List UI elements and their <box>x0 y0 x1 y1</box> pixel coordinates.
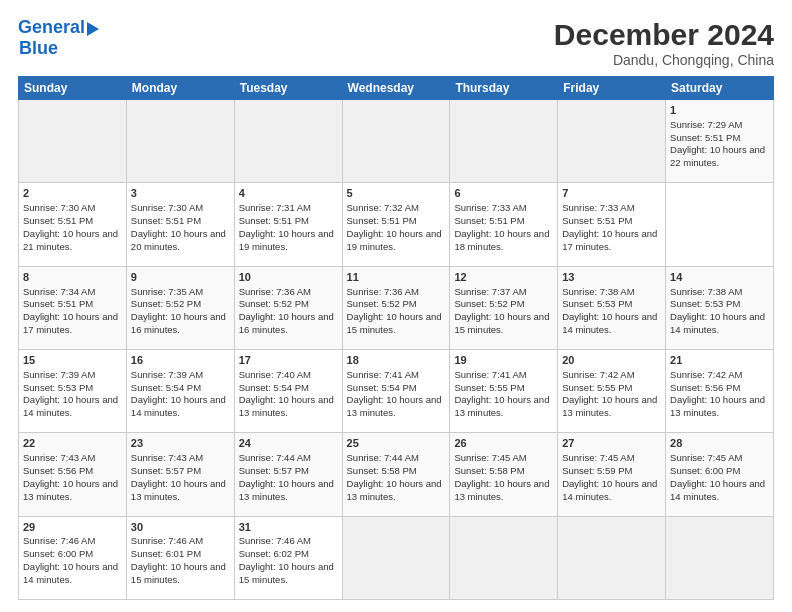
sunrise: Sunrise: 7:46 AM <box>239 535 311 546</box>
day-number: 6 <box>454 186 553 201</box>
sunrise: Sunrise: 7:30 AM <box>131 202 203 213</box>
col-sunday: Sunday <box>19 77 127 100</box>
calendar-week-3: 15Sunrise: 7:39 AMSunset: 5:53 PMDayligh… <box>19 349 774 432</box>
sunrise: Sunrise: 7:33 AM <box>562 202 634 213</box>
calendar-cell <box>666 516 774 599</box>
daylight: Daylight: 10 hours and 15 minutes. <box>239 561 334 585</box>
sunrise: Sunrise: 7:42 AM <box>670 369 742 380</box>
calendar-cell: 3Sunrise: 7:30 AMSunset: 5:51 PMDaylight… <box>126 183 234 266</box>
daylight: Daylight: 10 hours and 14 minutes. <box>670 311 765 335</box>
daylight: Daylight: 10 hours and 16 minutes. <box>131 311 226 335</box>
sunrise: Sunrise: 7:36 AM <box>347 286 419 297</box>
day-number: 9 <box>131 270 230 285</box>
sunset: Sunset: 5:58 PM <box>454 465 524 476</box>
sunset: Sunset: 5:52 PM <box>347 298 417 309</box>
sunrise: Sunrise: 7:39 AM <box>131 369 203 380</box>
calendar-cell: 8Sunrise: 7:34 AMSunset: 5:51 PMDaylight… <box>19 266 127 349</box>
daylight: Daylight: 10 hours and 18 minutes. <box>454 228 549 252</box>
sunrise: Sunrise: 7:32 AM <box>347 202 419 213</box>
day-number: 13 <box>562 270 661 285</box>
day-number: 20 <box>562 353 661 368</box>
day-number: 1 <box>670 103 769 118</box>
day-number: 25 <box>347 436 446 451</box>
page: General Blue December 2024 Dandu, Chongq… <box>0 0 792 612</box>
sunset: Sunset: 5:52 PM <box>239 298 309 309</box>
daylight: Daylight: 10 hours and 15 minutes. <box>131 561 226 585</box>
daylight: Daylight: 10 hours and 17 minutes. <box>562 228 657 252</box>
sunset: Sunset: 5:53 PM <box>562 298 632 309</box>
calendar-cell <box>558 100 666 183</box>
sunset: Sunset: 5:51 PM <box>562 215 632 226</box>
calendar-cell: 11Sunrise: 7:36 AMSunset: 5:52 PMDayligh… <box>342 266 450 349</box>
sunrise: Sunrise: 7:29 AM <box>670 119 742 130</box>
daylight: Daylight: 10 hours and 20 minutes. <box>131 228 226 252</box>
calendar-cell: 13Sunrise: 7:38 AMSunset: 5:53 PMDayligh… <box>558 266 666 349</box>
calendar-cell: 22Sunrise: 7:43 AMSunset: 5:56 PMDayligh… <box>19 433 127 516</box>
sunrise: Sunrise: 7:41 AM <box>347 369 419 380</box>
calendar-cell: 17Sunrise: 7:40 AMSunset: 5:54 PMDayligh… <box>234 349 342 432</box>
col-saturday: Saturday <box>666 77 774 100</box>
sunrise: Sunrise: 7:40 AM <box>239 369 311 380</box>
sunrise: Sunrise: 7:45 AM <box>670 452 742 463</box>
day-number: 2 <box>23 186 122 201</box>
daylight: Daylight: 10 hours and 13 minutes. <box>347 478 442 502</box>
day-number: 28 <box>670 436 769 451</box>
daylight: Daylight: 10 hours and 13 minutes. <box>239 478 334 502</box>
sunrise: Sunrise: 7:38 AM <box>670 286 742 297</box>
sunrise: Sunrise: 7:43 AM <box>23 452 95 463</box>
day-number: 24 <box>239 436 338 451</box>
day-number: 31 <box>239 520 338 535</box>
day-number: 7 <box>562 186 661 201</box>
calendar-cell: 19Sunrise: 7:41 AMSunset: 5:55 PMDayligh… <box>450 349 558 432</box>
daylight: Daylight: 10 hours and 22 minutes. <box>670 144 765 168</box>
daylight: Daylight: 10 hours and 16 minutes. <box>239 311 334 335</box>
col-friday: Friday <box>558 77 666 100</box>
sunset: Sunset: 6:00 PM <box>23 548 93 559</box>
col-monday: Monday <box>126 77 234 100</box>
calendar-cell: 30Sunrise: 7:46 AMSunset: 6:01 PMDayligh… <box>126 516 234 599</box>
sunrise: Sunrise: 7:37 AM <box>454 286 526 297</box>
sunset: Sunset: 5:51 PM <box>23 215 93 226</box>
daylight: Daylight: 10 hours and 15 minutes. <box>454 311 549 335</box>
daylight: Daylight: 10 hours and 13 minutes. <box>239 394 334 418</box>
day-number: 26 <box>454 436 553 451</box>
day-number: 17 <box>239 353 338 368</box>
calendar-cell: 10Sunrise: 7:36 AMSunset: 5:52 PMDayligh… <box>234 266 342 349</box>
col-tuesday: Tuesday <box>234 77 342 100</box>
calendar-week-1: 2Sunrise: 7:30 AMSunset: 5:51 PMDaylight… <box>19 183 774 266</box>
sunrise: Sunrise: 7:46 AM <box>131 535 203 546</box>
calendar-cell <box>450 516 558 599</box>
logo-blue-text: Blue <box>19 38 58 59</box>
calendar-cell: 9Sunrise: 7:35 AMSunset: 5:52 PMDaylight… <box>126 266 234 349</box>
sunrise: Sunrise: 7:43 AM <box>131 452 203 463</box>
calendar-cell: 20Sunrise: 7:42 AMSunset: 5:55 PMDayligh… <box>558 349 666 432</box>
sunset: Sunset: 5:59 PM <box>562 465 632 476</box>
daylight: Daylight: 10 hours and 19 minutes. <box>239 228 334 252</box>
sunset: Sunset: 5:53 PM <box>23 382 93 393</box>
calendar-cell: 29Sunrise: 7:46 AMSunset: 6:00 PMDayligh… <box>19 516 127 599</box>
sunrise: Sunrise: 7:44 AM <box>239 452 311 463</box>
day-number: 12 <box>454 270 553 285</box>
sunrise: Sunrise: 7:41 AM <box>454 369 526 380</box>
calendar-cell: 4Sunrise: 7:31 AMSunset: 5:51 PMDaylight… <box>234 183 342 266</box>
calendar-subtitle: Dandu, Chongqing, China <box>554 52 774 68</box>
calendar-cell <box>342 516 450 599</box>
col-wednesday: Wednesday <box>342 77 450 100</box>
sunset: Sunset: 5:51 PM <box>347 215 417 226</box>
sunset: Sunset: 5:57 PM <box>239 465 309 476</box>
col-thursday: Thursday <box>450 77 558 100</box>
day-number: 30 <box>131 520 230 535</box>
day-number: 14 <box>670 270 769 285</box>
calendar-week-2: 8Sunrise: 7:34 AMSunset: 5:51 PMDaylight… <box>19 266 774 349</box>
calendar-cell: 21Sunrise: 7:42 AMSunset: 5:56 PMDayligh… <box>666 349 774 432</box>
daylight: Daylight: 10 hours and 14 minutes. <box>131 394 226 418</box>
calendar-cell: 25Sunrise: 7:44 AMSunset: 5:58 PMDayligh… <box>342 433 450 516</box>
sunset: Sunset: 6:00 PM <box>670 465 740 476</box>
day-number: 29 <box>23 520 122 535</box>
daylight: Daylight: 10 hours and 13 minutes. <box>23 478 118 502</box>
day-number: 11 <box>347 270 446 285</box>
day-number: 8 <box>23 270 122 285</box>
sunset: Sunset: 6:01 PM <box>131 548 201 559</box>
daylight: Daylight: 10 hours and 15 minutes. <box>347 311 442 335</box>
sunset: Sunset: 6:02 PM <box>239 548 309 559</box>
